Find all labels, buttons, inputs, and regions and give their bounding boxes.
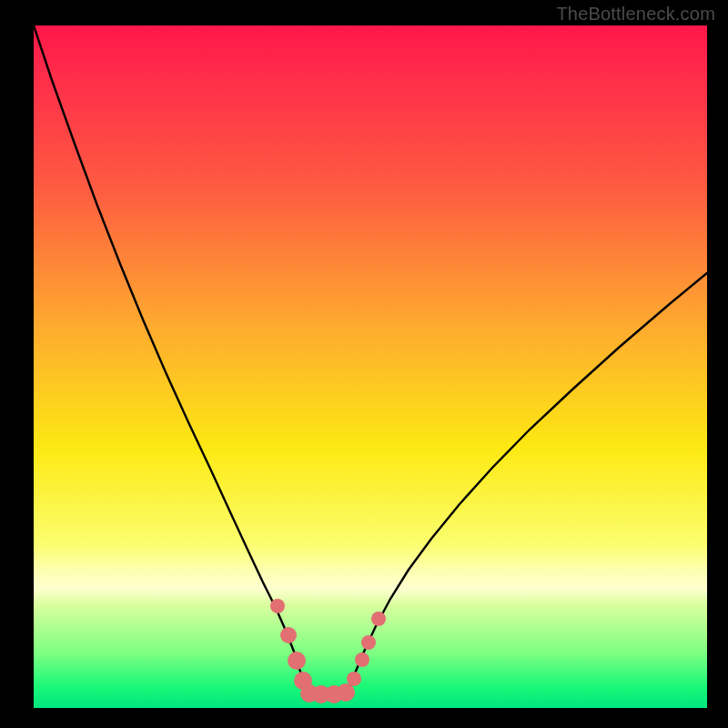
bottleneck-curve-right <box>348 273 707 694</box>
data-marker <box>361 635 376 650</box>
data-markers <box>270 599 386 703</box>
watermark-text: TheBottleneck.com <box>556 4 715 25</box>
bottleneck-curve-left <box>34 25 307 694</box>
curve-layer <box>34 25 707 708</box>
data-marker <box>280 627 297 643</box>
outer-frame: TheBottleneck.com <box>0 0 728 728</box>
data-marker <box>288 652 306 670</box>
data-marker <box>270 599 285 613</box>
data-marker <box>337 683 355 702</box>
data-marker <box>371 612 386 626</box>
data-marker <box>347 672 361 686</box>
data-marker <box>355 652 369 667</box>
